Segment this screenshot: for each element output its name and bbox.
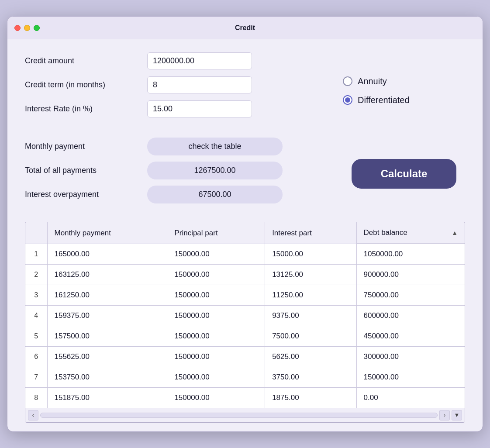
content-area: Credit amount ▲ ▼ Credit term (in months… <box>7 39 483 431</box>
cell-balance: 1050000.00 <box>356 244 465 264</box>
cell-interest: 13125.00 <box>265 264 356 285</box>
table-body: 1 165000.00 150000.00 15000.00 1050000.0… <box>25 244 465 408</box>
result-fields: Monthly payment check the table Total of… <box>25 138 325 210</box>
cell-principal: 150000.00 <box>167 346 265 367</box>
monthly-payment-value: check the table <box>147 138 283 155</box>
titlebar: Credit <box>7 17 483 39</box>
credit-term-row: Credit term (in months) ▲ ▼ <box>25 76 325 93</box>
cell-balance: 450000.00 <box>356 326 465 346</box>
table-row: 5 157500.00 150000.00 7500.00 450000.00 <box>25 326 465 346</box>
cell-num: 4 <box>25 305 47 326</box>
credit-amount-row: Credit amount ▲ ▼ <box>25 52 325 69</box>
cell-balance: 900000.00 <box>356 264 465 285</box>
form-section: Credit amount ▲ ▼ Credit term (in months… <box>25 52 465 124</box>
maximize-button[interactable] <box>34 25 40 31</box>
cell-num: 3 <box>25 285 47 305</box>
credit-term-label: Credit term (in months) <box>25 80 147 90</box>
annuity-label: Annuity <box>358 76 387 86</box>
interest-rate-spinner: ▲ ▼ <box>147 100 252 117</box>
horizontal-scrollbar: ‹ › ▼ <box>25 408 465 422</box>
cell-principal: 150000.00 <box>167 244 265 264</box>
cell-num: 1 <box>25 244 47 264</box>
table-row: 6 155625.00 150000.00 5625.00 300000.00 <box>25 346 465 367</box>
col-interest-header: Interest part <box>265 222 356 244</box>
cell-interest: 1875.00 <box>265 387 356 408</box>
cell-num: 2 <box>25 264 47 285</box>
cell-principal: 150000.00 <box>167 285 265 305</box>
cell-interest: 15000.00 <box>265 244 356 264</box>
interest-rate-input[interactable] <box>148 101 252 117</box>
cell-principal: 150000.00 <box>167 264 265 285</box>
total-payments-value: 1267500.00 <box>147 162 283 179</box>
input-fields: Credit amount ▲ ▼ Credit term (in months… <box>25 52 325 124</box>
cell-monthly: 165000.00 <box>47 244 167 264</box>
calculate-button[interactable]: Calculate <box>352 159 456 189</box>
cell-principal: 150000.00 <box>167 387 265 408</box>
differentiated-label: Differentiated <box>358 95 410 105</box>
close-button[interactable] <box>14 25 21 31</box>
cell-principal: 150000.00 <box>167 367 265 387</box>
credit-term-input[interactable] <box>148 77 252 93</box>
cell-balance: 750000.00 <box>356 285 465 305</box>
scroll-right-button[interactable]: › <box>439 410 450 420</box>
interest-rate-row: Interest Rate (in %) ▲ ▼ <box>25 100 325 117</box>
scroll-left-button[interactable]: ‹ <box>28 410 38 420</box>
cell-monthly: 163125.00 <box>47 264 167 285</box>
overpayment-label: Interest overpayment <box>25 190 147 199</box>
window-title: Credit <box>235 24 255 32</box>
cell-balance: 300000.00 <box>356 346 465 367</box>
table-header-row: Monthly payment Principal part Interest … <box>25 222 465 244</box>
cell-monthly: 159375.00 <box>47 305 167 326</box>
main-window: Credit Credit amount ▲ ▼ <box>7 16 483 432</box>
credit-term-spinner: ▲ ▼ <box>147 76 252 93</box>
col-num-header <box>25 222 47 244</box>
horizontal-scroll-track[interactable] <box>40 413 438 418</box>
cell-num: 7 <box>25 367 47 387</box>
col-principal-header: Principal part <box>167 222 265 244</box>
table-row: 3 161250.00 150000.00 11250.00 750000.00 <box>25 285 465 305</box>
amortization-table: Monthly payment Principal part Interest … <box>25 222 465 408</box>
table-row: 8 151875.00 150000.00 1875.00 0.00 <box>25 387 465 408</box>
cell-monthly: 153750.00 <box>47 367 167 387</box>
total-payments-row: Total of all payments 1267500.00 <box>25 162 325 179</box>
credit-amount-label: Credit amount <box>25 56 147 65</box>
credit-amount-input[interactable] <box>148 53 252 69</box>
cell-balance: 150000.00 <box>356 367 465 387</box>
cell-interest: 11250.00 <box>265 285 356 305</box>
total-payments-label: Total of all payments <box>25 166 147 175</box>
differentiated-option[interactable]: Differentiated <box>343 95 465 105</box>
table-row: 1 165000.00 150000.00 15000.00 1050000.0… <box>25 244 465 264</box>
table-scroll-area[interactable]: Monthly payment Principal part Interest … <box>25 222 465 408</box>
cell-num: 5 <box>25 326 47 346</box>
annuity-radio[interactable] <box>343 76 352 86</box>
cell-monthly: 151875.00 <box>47 387 167 408</box>
cell-balance: 600000.00 <box>356 305 465 326</box>
minimize-button[interactable] <box>24 25 30 31</box>
cell-balance: 0.00 <box>356 387 465 408</box>
scroll-down-button[interactable]: ▼ <box>452 410 462 420</box>
cell-num: 8 <box>25 387 47 408</box>
monthly-payment-label: Monthly payment <box>25 142 147 151</box>
cell-principal: 150000.00 <box>167 326 265 346</box>
monthly-payment-row: Monthly payment check the table <box>25 138 325 155</box>
cell-monthly: 161250.00 <box>47 285 167 305</box>
col-balance-header: Debt balance ▲ <box>357 222 465 244</box>
cell-num: 6 <box>25 346 47 367</box>
cell-interest: 7500.00 <box>265 326 356 346</box>
table-row: 2 163125.00 150000.00 13125.00 900000.00 <box>25 264 465 285</box>
cell-monthly: 157500.00 <box>47 326 167 346</box>
annuity-option[interactable]: Annuity <box>343 76 465 86</box>
table-row: 7 153750.00 150000.00 3750.00 150000.00 <box>25 367 465 387</box>
credit-amount-spinner: ▲ ▼ <box>147 52 252 69</box>
payment-type-section: Annuity Differentiated <box>343 52 465 124</box>
results-section: Monthly payment check the table Total of… <box>25 138 465 210</box>
amortization-table-container: Monthly payment Principal part Interest … <box>25 222 465 423</box>
cell-interest: 5625.00 <box>265 346 356 367</box>
sort-icon[interactable]: ▲ <box>452 229 458 236</box>
differentiated-radio-inner <box>345 97 350 103</box>
cell-principal: 150000.00 <box>167 305 265 326</box>
cell-monthly: 155625.00 <box>47 346 167 367</box>
differentiated-radio[interactable] <box>343 95 352 105</box>
calculate-section: Calculate <box>343 138 465 210</box>
traffic-lights <box>14 25 40 31</box>
